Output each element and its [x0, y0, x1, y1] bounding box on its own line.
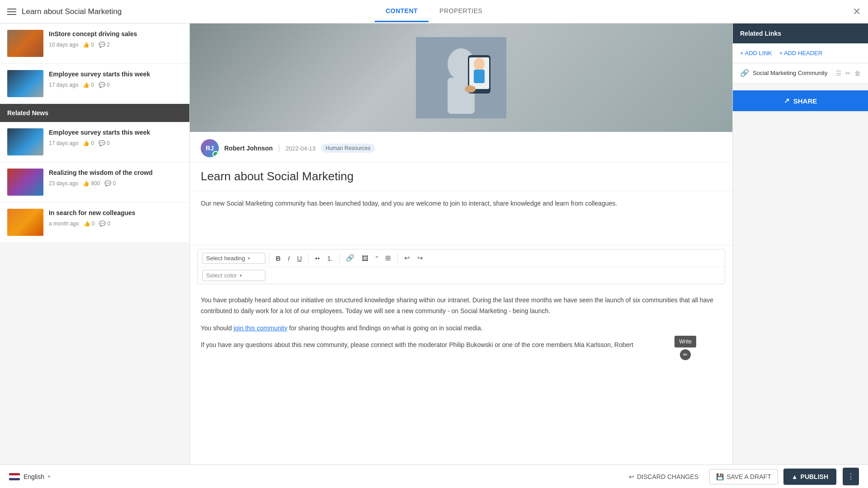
- article-tag: Human Resources: [321, 144, 375, 153]
- publish-button[interactable]: ▲ PUBLISH: [783, 469, 836, 485]
- save-draft-button[interactable]: 💾 SAVE A DRAFT: [709, 469, 778, 484]
- bottom-bar: English ▾ ↩ DISCARD CHANGES 💾 SAVE A DRA…: [0, 465, 868, 488]
- separator: [339, 253, 340, 263]
- article-intro-text: Our new Social Marketing community has b…: [201, 198, 722, 208]
- news-thumbnail: [7, 30, 43, 57]
- list-item[interactable]: Employee survey starts this week 17 days…: [0, 122, 189, 162]
- bottom-actions: ↩ DISCARD CHANGES 💾 SAVE A DRAFT ▲ PUBLI…: [623, 468, 859, 485]
- list-item[interactable]: In search for new colleagues a month ago…: [0, 202, 189, 243]
- flag-icon: [9, 473, 20, 480]
- toolbar-row-2: Select color ▾: [198, 267, 725, 284]
- edit-link-button[interactable]: ✏: [845, 70, 851, 77]
- news-title: Employee survey starts this week: [49, 70, 182, 79]
- ordered-list-button[interactable]: 1.: [324, 253, 335, 264]
- body-link[interactable]: join this community: [234, 324, 288, 332]
- right-sidebar: Related Links + ADD LINK + ADD HEADER 🔗 …: [732, 23, 868, 465]
- likes-count: 👍 0: [83, 42, 94, 48]
- toolbar-row-1: Select heading ▾ B I U •• 1. 🔗 🖼 " ⊞ ↩ ↪: [198, 249, 725, 267]
- related-news-title: Employee survey starts this week: [49, 128, 182, 137]
- related-news-thumbnail: [7, 169, 43, 196]
- close-button[interactable]: ✕: [853, 6, 861, 18]
- editor-body[interactable]: You have probably heard about our initia…: [190, 288, 732, 378]
- hamburger-icon[interactable]: [7, 9, 16, 15]
- redo-button[interactable]: ↪: [415, 252, 426, 264]
- separator: [308, 253, 309, 263]
- body-paragraph-2: You should join this community for shari…: [201, 323, 722, 334]
- related-news-thumbnail: [7, 128, 43, 155]
- top-tabs: CONTENT PROPERTIES: [375, 1, 493, 22]
- likes-count: 👍 0: [83, 82, 94, 88]
- article-intro-area[interactable]: Our new Social Marketing community has b…: [190, 191, 732, 245]
- center-content: RJ Robert Johnson | 2022-04-13 Human Res…: [190, 23, 732, 465]
- hero-image-svg: [416, 37, 506, 118]
- svg-point-5: [474, 58, 485, 70]
- undo-button[interactable]: ↩: [401, 252, 413, 264]
- delete-link-button[interactable]: 🗑: [854, 70, 861, 77]
- more-options-button[interactable]: ⋮: [843, 468, 859, 485]
- reorder-button[interactable]: ☰: [836, 70, 842, 77]
- table-button[interactable]: ⊞: [382, 252, 394, 264]
- article-date: 2022-04-13: [286, 145, 316, 152]
- tab-content[interactable]: CONTENT: [375, 1, 429, 22]
- write-tooltip: Write: [675, 336, 696, 347]
- italic-button[interactable]: I: [285, 253, 292, 264]
- bold-button[interactable]: B: [273, 253, 283, 264]
- language-label: English: [24, 473, 44, 480]
- top-bar: Learn about Social Marketing CONTENT PRO…: [0, 0, 868, 23]
- link-button[interactable]: 🔗: [343, 252, 357, 264]
- article-meta: RJ Robert Johnson | 2022-04-13 Human Res…: [190, 132, 732, 162]
- comments-count: 💬 0: [99, 140, 110, 146]
- related-news-meta: 23 days ago 👍 800 💬 0: [49, 180, 182, 187]
- share-icon: ↗: [784, 97, 790, 105]
- article-title-area: [190, 162, 732, 191]
- body-paragraph-3: If you have any questions about this new…: [201, 340, 722, 351]
- separator: [269, 253, 269, 263]
- list-item[interactable]: InStore concept driving sales 10 days ag…: [0, 23, 189, 64]
- related-news-title: In search for new colleagues: [49, 209, 182, 218]
- save-icon: 💾: [716, 473, 724, 480]
- write-icon: ✏: [680, 349, 691, 360]
- news-date: 17 days ago: [49, 82, 78, 88]
- unordered-list-button[interactable]: ••: [312, 253, 323, 264]
- link-icon: 🔗: [740, 69, 749, 77]
- related-news-meta: a month ago 👍 0 💬 0: [49, 221, 182, 227]
- add-link-button[interactable]: + ADD LINK: [740, 50, 772, 56]
- link-actions: ☰ ✏ 🗑: [836, 70, 861, 77]
- list-item[interactable]: Realizing the wisdom of the crowd 23 day…: [0, 162, 189, 202]
- related-news-meta: 17 days ago 👍 0 💬 0: [49, 140, 182, 146]
- news-date: 10 days ago: [49, 42, 78, 48]
- comments-count: 💬 0: [99, 82, 110, 88]
- comments-count: 💬 0: [99, 221, 110, 227]
- chevron-down-icon: ▾: [248, 256, 250, 261]
- chevron-down-icon: ▾: [48, 474, 50, 479]
- svg-rect-6: [474, 70, 485, 83]
- link-text: Social Marketing Community: [753, 70, 832, 76]
- editor-toolbar: Select heading ▾ B I U •• 1. 🔗 🖼 " ⊞ ↩ ↪: [197, 249, 725, 284]
- underline-button[interactable]: U: [294, 253, 305, 264]
- likes-count: 👍 0: [84, 221, 95, 227]
- left-sidebar: InStore concept driving sales 10 days ag…: [0, 23, 190, 465]
- related-news-date: 17 days ago: [49, 140, 78, 146]
- related-news-date: a month ago: [49, 221, 79, 227]
- quote-button[interactable]: ": [373, 253, 381, 264]
- comments-count: 💬 0: [104, 180, 116, 187]
- heading-select[interactable]: Select heading ▾: [202, 253, 265, 264]
- comments-count: 💬 2: [99, 42, 110, 48]
- share-button[interactable]: ↗ SHARE: [733, 90, 868, 111]
- color-select[interactable]: Select color ▾: [202, 270, 265, 281]
- discard-changes-button[interactable]: ↩ DISCARD CHANGES: [623, 469, 704, 484]
- tab-properties[interactable]: PROPERTIES: [429, 1, 493, 22]
- undo-icon: ↩: [629, 473, 634, 480]
- list-item[interactable]: Employee survey starts this week 17 days…: [0, 64, 189, 104]
- news-thumbnail: [7, 70, 43, 97]
- online-badge: [212, 151, 219, 157]
- chevron-down-icon: ▾: [240, 273, 242, 278]
- related-links-actions: + ADD LINK + ADD HEADER: [733, 43, 868, 63]
- related-news-header: Related News: [0, 104, 189, 122]
- language-selector[interactable]: English ▾: [9, 473, 50, 480]
- write-tooltip-container: Write ✏: [675, 336, 696, 360]
- add-header-button[interactable]: + ADD HEADER: [779, 50, 822, 56]
- article-title-input[interactable]: [201, 169, 722, 183]
- image-button[interactable]: 🖼: [359, 253, 371, 264]
- related-links-header: Related Links: [733, 23, 868, 43]
